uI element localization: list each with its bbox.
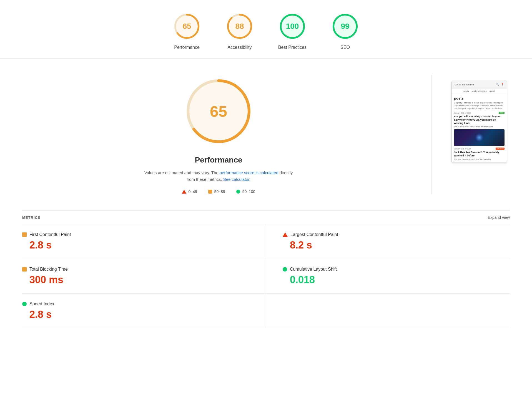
score-legend: 0–49 50–89 90–100 (182, 189, 255, 194)
metric-header-tbt: Total Blocking Time (22, 267, 249, 272)
legend-item-orange: 50–89 (208, 189, 225, 194)
thumb-article-image (454, 129, 505, 146)
thumb-article2-sub: This post contains spoilers from Jack Re… (454, 158, 505, 160)
thumb-site-name: Lucas Yamamoto (455, 83, 474, 86)
legend-square-icon (208, 190, 212, 194)
metric-icon-lcp (283, 232, 288, 237)
legend-item-red: 0–49 (182, 189, 197, 194)
metric-header-fcp: First Contentful Paint (22, 232, 249, 237)
performance-title: Performance (195, 156, 242, 164)
big-gauge: 65 (182, 75, 255, 147)
left-panel: 65 Performance Values are estimated and … (22, 75, 415, 194)
metric-icon-fcp (22, 232, 27, 237)
metric-value-fcp: 2.8 s (22, 239, 249, 251)
metric-value-cls: 0.018 (283, 274, 510, 286)
thumb-article2-title: Jack Reacher Season 2: You probably watc… (454, 151, 505, 157)
search-icon: 🔍 (496, 83, 499, 86)
panel-separator (431, 75, 432, 194)
metric-cell-fcp: First Contentful Paint 2.8 s (22, 224, 266, 259)
legend-item-green: 90–100 (236, 189, 255, 194)
location-icon: 📍 (501, 83, 504, 86)
thumb-nav-posts: posts (463, 90, 469, 92)
main-content: 65 Performance Values are estimated and … (0, 59, 532, 205)
performance-description: Values are estimated and may vary. The p… (144, 169, 293, 183)
expand-view-button[interactable]: Expand view (488, 215, 510, 220)
image-glow (475, 133, 483, 142)
thumb-nav: posts apple shortcuts about (452, 88, 507, 94)
score-ring-accessibility: 88 (224, 11, 255, 42)
metric-name-fcp: First Contentful Paint (29, 232, 71, 237)
score-ring-seo: 99 (330, 11, 360, 42)
metric-icon-si (22, 302, 27, 306)
metric-value-lcp: 8.2 s (283, 239, 510, 251)
metric-name-tbt: Total Blocking Time (29, 267, 68, 272)
metric-cell-lcp: Largest Contentful Paint 8.2 s (266, 224, 510, 259)
legend-circle-icon (236, 190, 240, 194)
metrics-title: METRICS (22, 215, 41, 220)
metrics-header: METRICS Expand view (22, 210, 510, 224)
score-card-performance[interactable]: 65 Performance (172, 11, 202, 50)
score-label-seo: SEO (340, 45, 350, 50)
thumb-header: Lucas Yamamoto 🔍 📍 (452, 81, 507, 88)
metric-header-lcp: Largest Contentful Paint (283, 232, 510, 237)
thumb-body: posts Originally I intended to create a … (452, 94, 507, 163)
score-ring-performance: 65 (172, 11, 202, 42)
score-card-best-practices[interactable]: 100 Best Practices (277, 11, 308, 50)
thumb-article2-badge: SPOILER (496, 148, 505, 150)
metric-cell-si: Speed Index 2.8 s (22, 294, 266, 328)
metric-cell-cls: Cumulative Layout Shift 0.018 (266, 259, 510, 294)
metric-cell-empty (266, 294, 510, 328)
thumb-article1-header: January 29th of 2024 NEW (454, 112, 505, 114)
metric-name-si: Speed Index (29, 301, 54, 306)
score-label-accessibility: Accessibility (227, 45, 252, 50)
metric-value-si: 2.8 s (22, 309, 249, 320)
metric-name-cls: Cumulative Layout Shift (290, 267, 337, 272)
legend-triangle-icon (182, 190, 186, 194)
perf-score-link[interactable]: performance score is calculated (220, 170, 278, 175)
legend-range-green: 90–100 (242, 189, 255, 194)
score-label-best-practices: Best Practices (278, 45, 307, 50)
thumb-section-desc: Originally I intended to create a space … (454, 102, 505, 110)
metric-name-lcp: Largest Contentful Paint (290, 232, 338, 237)
score-value-performance: 65 (182, 22, 191, 31)
thumb-article1-sub: The AI Boom era is here, and we are alre… (454, 126, 505, 128)
calculator-link[interactable]: See calculator. (223, 177, 250, 182)
metric-header-cls: Cumulative Layout Shift (283, 267, 510, 272)
thumb-article2-date: January 27th of 2024 (454, 148, 471, 150)
thumb-nav-about: about (490, 90, 495, 92)
score-value-best-practices: 100 (286, 22, 299, 31)
thumb-nav-shortcuts: apple shortcuts (471, 90, 486, 92)
score-ring-best-practices: 100 (277, 11, 308, 42)
thumb-article1-date: January 29th of 2024 (454, 112, 471, 114)
metric-icon-cls (283, 267, 287, 272)
big-score-value: 65 (210, 102, 227, 120)
score-value-accessibility: 88 (235, 22, 244, 31)
score-card-seo[interactable]: 99 SEO (330, 11, 360, 50)
legend-range-red: 0–49 (189, 189, 197, 194)
website-thumbnail: Lucas Yamamoto 🔍 📍 posts apple shortcuts… (451, 81, 507, 163)
metric-icon-tbt (22, 267, 27, 272)
score-header: 65 Performance 88 Accessibility 100 Best… (0, 0, 532, 59)
metrics-section: METRICS Expand view First Contentful Pai… (0, 210, 532, 328)
metric-header-si: Speed Index (22, 301, 249, 306)
metric-value-tbt: 300 ms (22, 274, 249, 286)
thumb-article1-badge: NEW (499, 112, 505, 114)
score-value-seo: 99 (341, 22, 349, 31)
right-panel: Lucas Yamamoto 🔍 📍 posts apple shortcuts… (449, 75, 510, 194)
metrics-grid: First Contentful Paint 2.8 s Largest Con… (22, 224, 510, 328)
thumb-posts-title: posts (454, 96, 505, 100)
metric-cell-tbt: Total Blocking Time 300 ms (22, 259, 266, 294)
thumb-article1-title: Are you still not using ChatGPT in your … (454, 115, 505, 125)
score-label-performance: Performance (174, 45, 200, 50)
score-card-accessibility[interactable]: 88 Accessibility (224, 11, 255, 50)
legend-range-orange: 50–89 (214, 189, 225, 194)
thumb-article2-header: January 27th of 2024 SPOILER (454, 148, 505, 150)
